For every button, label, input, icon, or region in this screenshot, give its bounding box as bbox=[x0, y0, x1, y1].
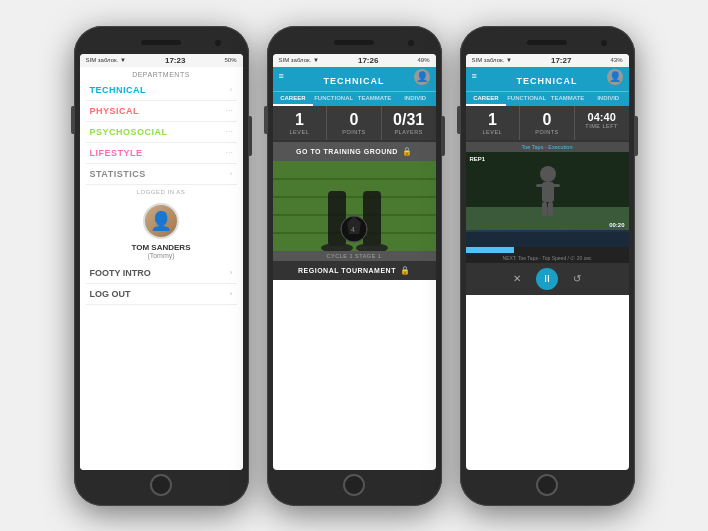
svg-rect-6 bbox=[363, 191, 381, 246]
tab-teammate-2[interactable]: TEAMMATE bbox=[354, 92, 395, 106]
phone-top-2 bbox=[273, 32, 436, 54]
play-pause-button[interactable]: ⏸ bbox=[536, 268, 558, 290]
menu-item-lifestyle[interactable]: LIFESTYLE ⋯ bbox=[86, 143, 237, 164]
field-image-2: 4 bbox=[273, 161, 436, 251]
svg-text:4: 4 bbox=[351, 226, 355, 233]
status-carrier-3: SIM заблок. ▼ bbox=[472, 57, 512, 63]
stat-value-points-3: 0 bbox=[522, 111, 572, 129]
tab-career-3[interactable]: CAREER bbox=[466, 92, 507, 106]
dots-lifestyle: ⋯ bbox=[225, 148, 233, 157]
tab-bar-3: CAREER FUNCTIONAL TEAMMATE INDIVID bbox=[466, 91, 629, 106]
avatar: 👤 bbox=[143, 203, 179, 239]
chevron-footy: › bbox=[230, 268, 233, 277]
chevron-statistics: › bbox=[230, 169, 233, 178]
menu-label-physical: PHYSICAL bbox=[90, 106, 140, 116]
lock-icon-tournament: 🔒 bbox=[400, 266, 410, 275]
video-progress-bar[interactable] bbox=[466, 247, 629, 253]
menu-label-psychosocial: PSYCHOSOCIAL bbox=[90, 127, 168, 137]
menu-label-technical: TECHNICAL bbox=[90, 85, 147, 95]
stats-row-2: 1 LEVEL 0 POINTS 0/31 PLAYERS bbox=[273, 106, 436, 142]
close-icon: ✕ bbox=[513, 273, 521, 284]
svg-rect-18 bbox=[542, 202, 547, 216]
home-button-1[interactable] bbox=[150, 474, 172, 496]
svg-point-14 bbox=[540, 166, 556, 182]
hamburger-icon-2[interactable]: ≡ bbox=[279, 71, 284, 81]
stat-value-points-2: 0 bbox=[329, 111, 379, 129]
avatar-icon: 👤 bbox=[150, 210, 172, 232]
svg-rect-13 bbox=[466, 207, 629, 230]
tournament-text: REGIONAL TOURNAMENT bbox=[298, 267, 396, 274]
video-content: REP1 00:20 bbox=[466, 152, 629, 232]
tab-functional-3[interactable]: FUNCTIONAL bbox=[506, 92, 547, 106]
camera-2 bbox=[408, 40, 414, 46]
phone-video: SIM заблок. ▼ 17:27 43% ≡ TECHNICAL 👤 CA… bbox=[460, 26, 635, 506]
menu-item-technical[interactable]: TECHNICAL › bbox=[86, 80, 237, 101]
tab-individ-3[interactable]: INDIVID bbox=[588, 92, 629, 106]
svg-rect-19 bbox=[548, 202, 553, 216]
status-time-3: 17:27 bbox=[551, 56, 571, 65]
stat-label-timeleft-3: TIME LEFT bbox=[577, 123, 627, 129]
stat-value-timeleft-3: 04:40 bbox=[577, 111, 627, 123]
video-controls: ✕ ⏸ ↺ bbox=[466, 263, 629, 295]
speaker-2 bbox=[334, 40, 374, 45]
chevron-technical: › bbox=[230, 85, 233, 94]
tech-avatar-3: 👤 bbox=[607, 69, 623, 85]
menu-bottom: FOOTY INTRO › LOG OUT › bbox=[80, 259, 243, 309]
video-timer: 00:20 bbox=[609, 222, 624, 228]
tech-title-3: TECHNICAL bbox=[517, 76, 578, 86]
svg-rect-17 bbox=[550, 184, 560, 187]
tab-career-2[interactable]: CAREER bbox=[273, 92, 314, 106]
stat-points-3: 0 POINTS bbox=[520, 106, 575, 140]
svg-rect-16 bbox=[536, 184, 546, 187]
tab-functional-2[interactable]: FUNCTIONAL bbox=[313, 92, 354, 106]
home-button-3[interactable] bbox=[536, 474, 558, 496]
progress-fill bbox=[466, 247, 515, 253]
close-button[interactable]: ✕ bbox=[506, 268, 528, 290]
video-area: REP1 00:20 bbox=[466, 152, 629, 247]
hamburger-icon-3[interactable]: ≡ bbox=[472, 71, 477, 81]
status-battery-2: 49% bbox=[417, 57, 429, 63]
menu-items: TECHNICAL › PHYSICAL ⋯ PSYCHOSOCIAL ⋯ LI… bbox=[80, 80, 243, 185]
dots-physical: ⋯ bbox=[225, 106, 233, 115]
refresh-icon: ↺ bbox=[573, 273, 581, 284]
user-nick: (Tommy) bbox=[80, 252, 243, 259]
menu-label-lifestyle: LIFESTYLE bbox=[90, 148, 143, 158]
status-bar-2: SIM заблок. ▼ 17:26 49% bbox=[273, 54, 436, 67]
cycle-info: CYCLE 1 STAGE 1 bbox=[273, 251, 436, 261]
stat-label-level-3: LEVEL bbox=[468, 129, 518, 135]
svg-rect-5 bbox=[328, 191, 346, 246]
home-button-2[interactable] bbox=[343, 474, 365, 496]
logout-item[interactable]: LOG OUT › bbox=[86, 284, 237, 305]
phone-menu: SIM заблок. ▼ 17:23 50% DEPARTMENTS TECH… bbox=[74, 26, 249, 506]
grass-svg: 4 bbox=[273, 161, 436, 251]
logged-section: LOGGED IN AS bbox=[80, 185, 243, 199]
status-time-2: 17:26 bbox=[358, 56, 378, 65]
stat-value-level-3: 1 bbox=[468, 111, 518, 129]
phone-bottom-3 bbox=[466, 470, 629, 500]
screen-video: SIM заблок. ▼ 17:27 43% ≡ TECHNICAL 👤 CA… bbox=[466, 54, 629, 470]
menu-item-physical[interactable]: PHYSICAL ⋯ bbox=[86, 101, 237, 122]
camera-1 bbox=[215, 40, 221, 46]
footy-intro-item[interactable]: FOOTY INTRO › bbox=[86, 263, 237, 284]
refresh-button[interactable]: ↺ bbox=[566, 268, 588, 290]
training-ground-btn[interactable]: GO TO TRAINING GROUND 🔒 bbox=[273, 142, 436, 161]
tab-individ-2[interactable]: INDIVID bbox=[395, 92, 436, 106]
next-info: NEXT: Toe Taps - Top Speed / ⏱ 20 sec bbox=[466, 253, 629, 263]
phone-top-1 bbox=[80, 32, 243, 54]
video-title-bar: Toe Taps - Execution bbox=[466, 142, 629, 152]
phone-bottom-1 bbox=[80, 470, 243, 500]
status-carrier-2: SIM заблок. ▼ bbox=[279, 57, 319, 63]
menu-item-statistics[interactable]: STATISTICS › bbox=[86, 164, 237, 185]
menu-item-psychosocial[interactable]: PSYCHOSOCIAL ⋯ bbox=[86, 122, 237, 143]
status-bar-1: SIM заблок. ▼ 17:23 50% bbox=[80, 54, 243, 67]
tech-header-2: ≡ TECHNICAL 👤 bbox=[273, 67, 436, 91]
tab-bar-2: CAREER FUNCTIONAL TEAMMATE INDIVID bbox=[273, 91, 436, 106]
tech-header-3: ≡ TECHNICAL 👤 bbox=[466, 67, 629, 91]
tournament-btn[interactable]: REGIONAL TOURNAMENT 🔒 bbox=[273, 261, 436, 280]
stat-level-2: 1 LEVEL bbox=[273, 106, 328, 140]
logout-label: LOG OUT bbox=[90, 289, 131, 299]
tab-teammate-3[interactable]: TEAMMATE bbox=[547, 92, 588, 106]
stat-label-points-2: POINTS bbox=[329, 129, 379, 135]
status-bar-3: SIM заблок. ▼ 17:27 43% bbox=[466, 54, 629, 67]
stat-players-2: 0/31 PLAYERS bbox=[382, 106, 436, 140]
